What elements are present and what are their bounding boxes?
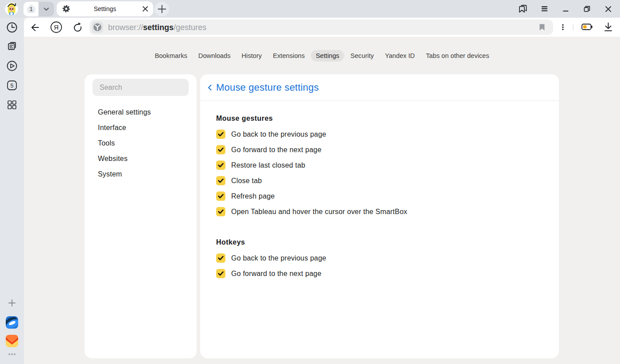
svg-text:5: 5 — [11, 83, 14, 89]
svg-text:1: 1 — [30, 6, 33, 12]
svg-text:browser://settings/gestures: browser://settings/gestures — [108, 23, 206, 32]
svg-text:Я: Я — [54, 23, 59, 31]
